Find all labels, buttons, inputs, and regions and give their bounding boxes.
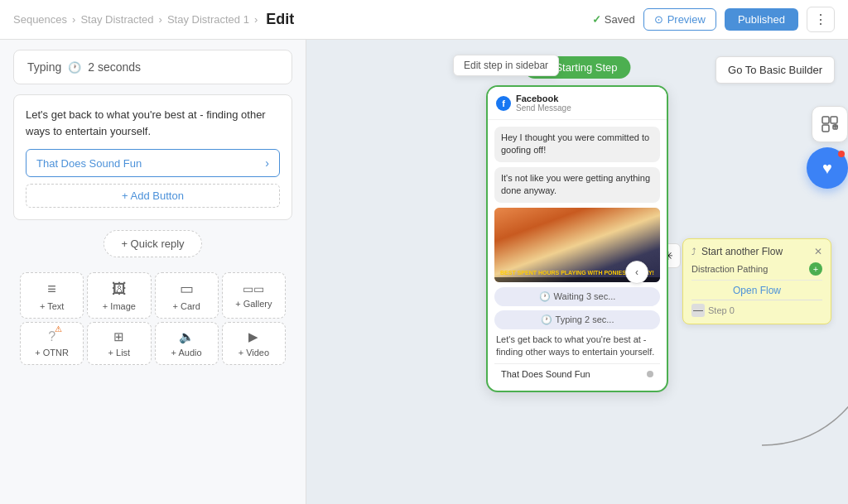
action-label: Send Message bbox=[516, 103, 571, 113]
flow-card-header: ⤴ Start another Flow ✕ bbox=[691, 246, 822, 257]
chat-bubble-2: It's not like you were getting anything … bbox=[494, 167, 660, 203]
gallery-icon: ▭▭ bbox=[243, 282, 264, 295]
breadcrumb-sep1: › bbox=[72, 13, 75, 26]
header-actions: ✓ Saved ⊙ Preview Published ⋮ bbox=[592, 7, 835, 32]
svg-rect-1 bbox=[822, 117, 829, 123]
clock-icon-2: 🕐 bbox=[539, 291, 551, 302]
tool-image-label: + Image bbox=[103, 301, 136, 311]
breadcrumb-sep3: › bbox=[254, 13, 258, 26]
saved-badge: ✓ Saved bbox=[592, 13, 635, 26]
tool-image[interactable]: 🖼 + Image bbox=[87, 272, 151, 319]
distraction-section: Distraction Pathing + Open Flow — Step 0 bbox=[691, 262, 822, 317]
add-button[interactable]: + Add Button bbox=[26, 184, 280, 208]
minus-button[interactable]: — bbox=[691, 304, 705, 317]
image-icon: 🖼 bbox=[112, 281, 127, 298]
tool-text-label: + Text bbox=[40, 301, 64, 311]
header: Sequences › Stay Distracted › Stay Distr… bbox=[0, 0, 848, 40]
edit-step-tooltip: Edit step in sidebar bbox=[453, 55, 559, 76]
waiting-text: Waiting 3 sec... bbox=[554, 291, 616, 301]
clock-icon-3: 🕐 bbox=[541, 314, 552, 325]
list-icon: ⊞ bbox=[113, 329, 124, 344]
tool-audio[interactable]: 🔈 + Audio bbox=[155, 322, 219, 365]
waiting-pill: 🕐 Waiting 3 sec... bbox=[494, 287, 660, 306]
sidebar-scroll: Typing 🕐 2 seconds Let's get back to wha… bbox=[13, 50, 292, 266]
typing-box: Typing 🕐 2 seconds bbox=[13, 50, 292, 84]
flow-card-title: Start another Flow bbox=[701, 246, 783, 257]
otnr-icon-wrap: ? ⚠ bbox=[48, 329, 55, 344]
toolbar-section: ≡ + Text 🖼 + Image ▭ + Card ▭▭ + Gallery bbox=[13, 266, 292, 372]
tool-card-label: + Card bbox=[172, 301, 200, 311]
fab-heart-button[interactable]: ♥ bbox=[807, 147, 848, 189]
tool-list[interactable]: ⊞ + List bbox=[87, 322, 151, 365]
typing-label: Typing bbox=[27, 60, 61, 74]
toolbar-row-2: ? ⚠ + OTNR ⊞ + List 🔈 + Audio ▶ + Video bbox=[20, 322, 286, 365]
video-icon: ▶ bbox=[248, 329, 258, 344]
toolbar-row-1: ≡ + Text 🖼 + Image ▭ + Card ▭▭ + Gallery bbox=[20, 272, 286, 319]
notification-dot bbox=[838, 151, 845, 157]
typing-text: Typing 2 sec... bbox=[556, 314, 614, 324]
breadcrumb-sequences[interactable]: Sequences bbox=[13, 13, 67, 26]
tool-gallery[interactable]: ▭▭ + Gallery bbox=[222, 272, 286, 319]
phone-button-row: That Does Sound Fun bbox=[494, 363, 660, 384]
saved-text: Saved bbox=[605, 13, 635, 26]
phone-header: f Facebook Send Message bbox=[488, 87, 667, 120]
platform-label: Facebook bbox=[516, 94, 571, 103]
distraction-label: Distraction Pathing + bbox=[691, 262, 822, 276]
text-icon: ≡ bbox=[47, 281, 56, 298]
message-card: Let's get back to what you're best at - … bbox=[13, 94, 292, 220]
tool-list-label: + List bbox=[108, 348, 131, 358]
tool-text[interactable]: ≡ + Text bbox=[20, 272, 84, 319]
svg-rect-3 bbox=[822, 125, 829, 132]
quick-reply-button[interactable]: + Quick reply bbox=[104, 230, 201, 257]
tool-otnr[interactable]: ? ⚠ + OTNR bbox=[20, 322, 84, 365]
page-title: Edit bbox=[266, 11, 294, 28]
more-options-button[interactable]: ⋮ bbox=[807, 7, 835, 32]
tool-gallery-label: + Gallery bbox=[235, 299, 272, 309]
typing-seconds: 2 seconds bbox=[88, 60, 141, 74]
tool-audio-label: + Audio bbox=[171, 348, 202, 358]
svg-rect-2 bbox=[831, 117, 837, 123]
quick-reply-row: + Quick reply bbox=[13, 230, 292, 257]
preview-icon: ⊙ bbox=[654, 13, 663, 26]
breadcrumb-stay-distracted[interactable]: Stay Distracted bbox=[80, 13, 153, 26]
warning-icon: ⚠ bbox=[55, 324, 62, 334]
add-distraction-button[interactable]: + bbox=[809, 262, 822, 276]
add-layout-icon bbox=[822, 116, 838, 132]
heart-icon: ♥ bbox=[822, 159, 832, 178]
canvas-add-button[interactable] bbox=[812, 106, 848, 142]
published-button[interactable]: Published bbox=[725, 8, 798, 31]
facebook-icon: f bbox=[496, 96, 511, 111]
breadcrumb-sep2: › bbox=[159, 13, 162, 26]
go-to-basic-builder-button[interactable]: Go To Basic Builder bbox=[716, 56, 835, 84]
distraction-text: Distraction Pathing bbox=[691, 264, 768, 274]
chevron-right-icon: › bbox=[265, 156, 269, 170]
flow-card-close-button[interactable]: ✕ bbox=[814, 246, 822, 257]
tool-card[interactable]: ▭ + Card bbox=[155, 272, 219, 319]
open-flow-button[interactable]: Open Flow bbox=[691, 280, 822, 296]
starting-step-label: Starting Step bbox=[555, 61, 617, 74]
phone-body: Hey I thought you were committed to goof… bbox=[488, 120, 667, 391]
message-text: Let's get back to what you're best at - … bbox=[26, 107, 280, 139]
flow-icon: ⤴ bbox=[691, 247, 696, 257]
breadcrumb: Sequences › Stay Distracted › Stay Distr… bbox=[13, 11, 294, 28]
sidebar: Typing 🕐 2 seconds Let's get back to wha… bbox=[0, 40, 306, 504]
dot-indicator bbox=[647, 371, 653, 377]
check-icon: ✓ bbox=[592, 13, 601, 26]
phone-card: f Facebook Send Message Hey I thought yo… bbox=[486, 85, 668, 392]
canvas: Edit step in sidebar 🌿 Starting Step ‹ f… bbox=[306, 40, 848, 504]
button-label: That Does Sound Fun bbox=[36, 157, 142, 170]
tool-video-label: + Video bbox=[238, 348, 269, 358]
main-layout: Typing 🕐 2 seconds Let's get back to wha… bbox=[0, 40, 848, 504]
tool-otnr-label: + OTNR bbox=[35, 348, 69, 358]
tool-video[interactable]: ▶ + Video bbox=[222, 322, 286, 365]
button-item[interactable]: That Does Sound Fun › bbox=[26, 149, 280, 177]
flow-card: ⤴ Start another Flow ✕ Distraction Pathi… bbox=[682, 238, 831, 324]
audio-icon: 🔈 bbox=[179, 329, 195, 344]
typing-pill: 🕐 Typing 2 sec... bbox=[494, 310, 660, 329]
card-icon: ▭ bbox=[180, 280, 194, 298]
preview-button[interactable]: ⊙ Preview bbox=[643, 8, 716, 31]
clock-icon: 🕐 bbox=[68, 61, 81, 74]
chat-bubble-1: Hey I thought you were committed to goof… bbox=[494, 127, 660, 162]
breadcrumb-stay-distracted-1[interactable]: Stay Distracted 1 bbox=[167, 13, 249, 26]
nav-arrow-left[interactable]: ‹ bbox=[625, 261, 648, 284]
